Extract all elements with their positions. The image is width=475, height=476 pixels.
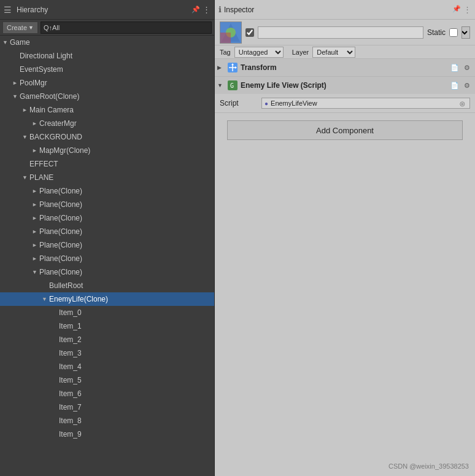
inspector-pin-icon[interactable]: 📌 bbox=[452, 5, 461, 14]
script-select-button[interactable]: ◎ bbox=[457, 98, 467, 108]
object-name-field[interactable]: EnemyLife(Clone) bbox=[258, 26, 423, 39]
tree-item-12[interactable]: Plane(Clone) bbox=[0, 198, 214, 211]
tree-arrow-icon bbox=[2, 39, 10, 45]
static-dropdown[interactable] bbox=[461, 26, 470, 39]
tree-item-25[interactable]: Item_5 bbox=[0, 373, 214, 387]
tree-item-0[interactable]: Game bbox=[0, 36, 214, 49]
tree-item-19[interactable]: EnemyLife(Clone) bbox=[0, 292, 214, 306]
tree-item-17[interactable]: Plane(Clone) bbox=[0, 265, 214, 279]
tree-item-label: Directional Light bbox=[20, 52, 72, 60]
search-input[interactable] bbox=[41, 21, 212, 34]
tree-item-label: Item_4 bbox=[59, 362, 82, 371]
enemylifeview-component-header[interactable]: ▼ G Enemy Life View (Script) 📄 ⚙ bbox=[215, 77, 475, 94]
tree-arrow-icon bbox=[22, 174, 29, 181]
info-icon: ℹ bbox=[218, 5, 222, 14]
transform-component: ▶ Transform 📄 ⚙ bbox=[215, 59, 475, 77]
transform-icon bbox=[227, 62, 238, 73]
tree-item-23[interactable]: Item_3 bbox=[0, 346, 214, 360]
tree-arrow-icon bbox=[22, 107, 29, 113]
tree-item-9[interactable]: EFFECT bbox=[0, 157, 214, 171]
object-icon bbox=[220, 21, 242, 44]
tree-item-5[interactable]: Main Camera bbox=[0, 103, 214, 117]
pin-icon[interactable]: 📌 bbox=[191, 6, 200, 14]
static-checkbox[interactable] bbox=[449, 28, 458, 37]
transform-arrow-icon: ▶ bbox=[217, 64, 225, 71]
tree-arrow-icon bbox=[22, 134, 29, 140]
hierarchy-header: ☰ Hierarchy 📌 ⋮ bbox=[0, 0, 214, 20]
tree-item-label: Plane(Clone) bbox=[39, 200, 82, 209]
tree-item-2[interactable]: EventSystem bbox=[0, 63, 214, 76]
tree-item-14[interactable]: Plane(Clone) bbox=[0, 225, 214, 238]
tree-item-3[interactable]: PoolMgr bbox=[0, 76, 214, 90]
tree-item-10[interactable]: PLANE bbox=[0, 171, 214, 184]
tree-item-18[interactable]: BulletRoot bbox=[0, 279, 214, 292]
svg-rect-3 bbox=[220, 33, 231, 43]
tree-item-label: Plane(Clone) bbox=[39, 254, 82, 263]
tree-item-4[interactable]: GameRoot(Clone) bbox=[0, 90, 214, 103]
inspector-title: Inspector bbox=[224, 6, 254, 14]
tree-arrow-icon bbox=[32, 201, 39, 208]
tree-item-label: CreaterMgr bbox=[39, 119, 77, 128]
tree-item-label: Item_1 bbox=[59, 322, 82, 330]
object-active-checkbox[interactable] bbox=[245, 28, 254, 37]
tree-item-7[interactable]: BACKGROUND bbox=[0, 130, 214, 144]
add-component-button[interactable]: Add Component bbox=[227, 120, 463, 140]
tree-arrow-icon bbox=[32, 188, 39, 194]
static-label: Static bbox=[427, 28, 446, 37]
tree-item-label: Item_6 bbox=[59, 389, 82, 398]
tree-item-label: Plane(Clone) bbox=[39, 187, 82, 195]
tree-arrow-icon bbox=[32, 256, 39, 262]
inspector-menu-icon[interactable]: ⋮ bbox=[463, 5, 471, 14]
tree-item-11[interactable]: Plane(Clone) bbox=[0, 184, 214, 198]
transform-component-header[interactable]: ▶ Transform 📄 ⚙ bbox=[215, 59, 475, 76]
tree-item-27[interactable]: Item_7 bbox=[0, 400, 214, 414]
tree-item-8[interactable]: MapMgr(Clone) bbox=[0, 144, 214, 157]
tree-item-label: Item_9 bbox=[59, 430, 82, 439]
script-value-field: ● EnemyLifeView ◎ bbox=[261, 98, 470, 109]
transform-doc-icon[interactable]: 📄 bbox=[449, 62, 460, 73]
inspector-object-toolbar: EnemyLife(Clone) Static bbox=[215, 20, 475, 45]
tree-item-label: Plane(Clone) bbox=[39, 227, 82, 236]
tree-item-6[interactable]: CreaterMgr bbox=[0, 117, 214, 130]
script-value-text: EnemyLifeView bbox=[271, 99, 317, 107]
tree-item-label: EventSystem bbox=[20, 65, 63, 74]
tree-item-1[interactable]: Directional Light bbox=[0, 49, 214, 63]
lock-icon: 📌 ⋮ bbox=[191, 5, 210, 14]
transform-settings-icon[interactable]: ⚙ bbox=[461, 62, 473, 73]
hierarchy-list: GameDirectional LightEventSystemPoolMgrG… bbox=[0, 36, 214, 476]
tree-item-28[interactable]: Item_8 bbox=[0, 414, 214, 427]
create-button[interactable]: Create ▼ bbox=[2, 21, 38, 34]
hierarchy-title: Hierarchy bbox=[17, 6, 48, 14]
tree-arrow-icon bbox=[12, 80, 20, 86]
tree-item-26[interactable]: Item_6 bbox=[0, 387, 214, 400]
tree-item-24[interactable]: Item_4 bbox=[0, 360, 214, 373]
enemylifeview-settings-icon[interactable]: ⚙ bbox=[461, 80, 473, 91]
tag-select[interactable]: Untagged bbox=[234, 47, 284, 58]
menu-dots-icon[interactable]: ⋮ bbox=[203, 5, 210, 14]
tree-item-label: Main Camera bbox=[29, 106, 74, 114]
enemylifeview-component: ▼ G Enemy Life View (Script) 📄 ⚙ Script … bbox=[215, 77, 475, 113]
tree-item-20[interactable]: Item_0 bbox=[0, 306, 214, 319]
tree-item-16[interactable]: Plane(Clone) bbox=[0, 252, 214, 265]
hierarchy-toolbar: Create ▼ bbox=[0, 20, 214, 36]
tree-item-label: Item_8 bbox=[59, 416, 82, 425]
dropdown-arrow-icon: ▼ bbox=[28, 25, 34, 31]
tree-item-21[interactable]: Item_1 bbox=[0, 319, 214, 333]
tree-item-15[interactable]: Plane(Clone) bbox=[0, 238, 214, 252]
tree-item-13[interactable]: Plane(Clone) bbox=[0, 211, 214, 225]
enemylifeview-arrow-icon: ▼ bbox=[217, 82, 225, 88]
enemylifeview-body: Script ● EnemyLifeView ◎ bbox=[215, 94, 475, 112]
script-field-label: Script bbox=[220, 99, 257, 107]
tree-arrow-icon bbox=[32, 215, 39, 221]
enemylifeview-title: Enemy Life View (Script) bbox=[241, 81, 447, 90]
tree-item-22[interactable]: Item_2 bbox=[0, 333, 214, 346]
watermark: CSDN @weixin_39538253 bbox=[388, 462, 469, 470]
tree-item-29[interactable]: Item_9 bbox=[0, 427, 214, 441]
tree-arrow-icon bbox=[32, 242, 39, 248]
tree-item-label: EnemyLife(Clone) bbox=[49, 295, 108, 303]
layer-select[interactable]: Default bbox=[312, 47, 355, 58]
enemylifeview-icon: G bbox=[227, 80, 238, 91]
tree-item-label: BulletRoot bbox=[49, 281, 83, 290]
tree-item-label: Game bbox=[10, 38, 30, 47]
enemylifeview-doc-icon[interactable]: 📄 bbox=[449, 80, 460, 91]
